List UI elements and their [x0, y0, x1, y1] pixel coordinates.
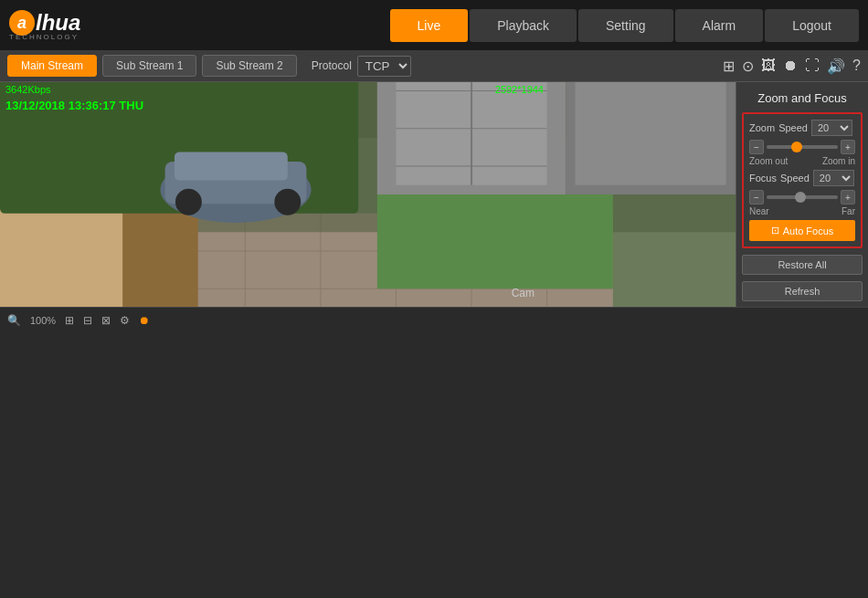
- grid-icon[interactable]: ⊟: [83, 314, 92, 327]
- svg-point-29: [175, 189, 202, 215]
- zoom-in-icon[interactable]: 🔍: [7, 314, 21, 327]
- zoom-focus-title: Zoom and Focus: [742, 88, 863, 109]
- logo: a lhua TECHNOLOGY: [9, 10, 80, 41]
- record-icon[interactable]: ⏺: [139, 314, 150, 327]
- auto-focus-icon: ⊡: [771, 225, 779, 236]
- far-label: Far: [842, 206, 855, 216]
- toolbar-icons: ⊞ ⊙ 🖼 ⏺ ⛶ 🔊 ?: [723, 58, 861, 75]
- content-area: Ali Security 3642Kbps 2592*1944 13/12/20…: [0, 82, 868, 307]
- fullscreen-icon[interactable]: ⊞: [723, 58, 735, 75]
- sub-stream-1-button[interactable]: Sub Stream 1: [102, 55, 196, 77]
- tab-logout[interactable]: Logout: [765, 9, 859, 42]
- layout-icon[interactable]: ⊠: [101, 314, 111, 327]
- logo-tech: TECHNOLOGY: [9, 33, 80, 41]
- zoom-minus-button[interactable]: −: [749, 140, 764, 154]
- svg-rect-28: [175, 152, 288, 181]
- zoom-in-label: Zoom in: [822, 156, 855, 166]
- auto-focus-button[interactable]: ⊡ Auto Focus: [749, 220, 855, 241]
- fit-screen-icon[interactable]: ⊞: [65, 314, 74, 327]
- focus-plus-button[interactable]: +: [841, 190, 855, 205]
- focus-speed-label: Speed: [780, 173, 810, 184]
- record-icon[interactable]: ⏺: [783, 58, 798, 74]
- focus-label: Focus: [749, 173, 777, 184]
- tab-setting[interactable]: Setting: [578, 9, 673, 42]
- main-stream-button[interactable]: Main Stream: [7, 55, 97, 77]
- settings-icon[interactable]: ⚙: [120, 314, 130, 327]
- video-area: Ali Security 3642Kbps 2592*1944 13/12/20…: [0, 82, 736, 307]
- zoom-out-label: Zoom out: [749, 156, 788, 166]
- focus-labels: Near Far: [749, 206, 855, 216]
- zoom-control-row: Zoom Speed 20 10 5 1: [749, 120, 855, 136]
- svg-rect-22: [576, 82, 726, 185]
- expand-icon[interactable]: ⛶: [805, 58, 820, 74]
- refresh-button[interactable]: Refresh: [742, 281, 863, 301]
- zoom-label: Zoom: [749, 122, 775, 133]
- tab-playback[interactable]: Playback: [470, 9, 577, 42]
- sub-stream-2-button[interactable]: Sub Stream 2: [202, 55, 296, 77]
- zoom-level: 100%: [30, 315, 56, 326]
- right-panel: Zoom and Focus Zoom Speed 20 10 5 1 − +: [736, 82, 868, 307]
- zoom-thumb[interactable]: [791, 142, 802, 152]
- restore-all-button[interactable]: Restore All: [742, 255, 863, 275]
- focus-control-row: Focus Speed 20 10 5 1: [749, 170, 855, 186]
- focus-minus-button[interactable]: −: [749, 190, 764, 205]
- nav-tabs: Live Playback Setting Alarm Logout: [390, 9, 859, 42]
- bottom-bar: 🔍 100% ⊞ ⊟ ⊠ ⚙ ⏺: [0, 307, 868, 332]
- near-label: Near: [749, 206, 769, 216]
- help-icon[interactable]: ?: [852, 58, 861, 74]
- zoom-speed-select[interactable]: 20 10 5 1: [811, 120, 852, 136]
- svg-rect-34: [377, 194, 613, 289]
- camera-scene: Ali Security: [0, 82, 736, 307]
- image-icon[interactable]: 🖼: [761, 58, 776, 74]
- auto-focus-label: Auto Focus: [783, 226, 834, 236]
- svg-point-30: [274, 189, 301, 215]
- video-bitrate: 3642Kbps: [5, 84, 51, 95]
- protocol-select[interactable]: TCP UDP: [357, 56, 411, 77]
- video-resolution: 2592*1944: [495, 84, 544, 95]
- zoom-focus-box: Zoom Speed 20 10 5 1 − + Zoom out Zoom i…: [742, 112, 863, 248]
- zoom-track[interactable]: [767, 145, 838, 149]
- tab-alarm[interactable]: Alarm: [675, 9, 764, 42]
- logo-icon: a: [9, 10, 35, 36]
- zoom-slider-row: − +: [749, 140, 855, 154]
- tab-live[interactable]: Live: [390, 9, 469, 42]
- focus-speed-select[interactable]: 20 10 5 1: [813, 170, 854, 186]
- audio-icon[interactable]: 🔊: [827, 58, 845, 75]
- video-timestamp: 13/12/2018 13:36:17 THU: [5, 99, 143, 112]
- stream-bar: Main Stream Sub Stream 1 Sub Stream 2 Pr…: [0, 50, 868, 82]
- zoom-plus-button[interactable]: +: [841, 140, 855, 154]
- zoom-labels: Zoom out Zoom in: [749, 156, 855, 166]
- cam-label: Cam: [512, 287, 535, 299]
- logo-brand: lhua: [36, 10, 80, 36]
- focus-thumb[interactable]: [795, 192, 806, 203]
- zoom-speed-label: Speed: [778, 122, 808, 133]
- snapshot-icon[interactable]: ⊙: [742, 58, 754, 75]
- focus-slider-row: − +: [749, 190, 855, 205]
- protocol-label: Protocol: [312, 59, 352, 72]
- focus-track[interactable]: [767, 195, 838, 199]
